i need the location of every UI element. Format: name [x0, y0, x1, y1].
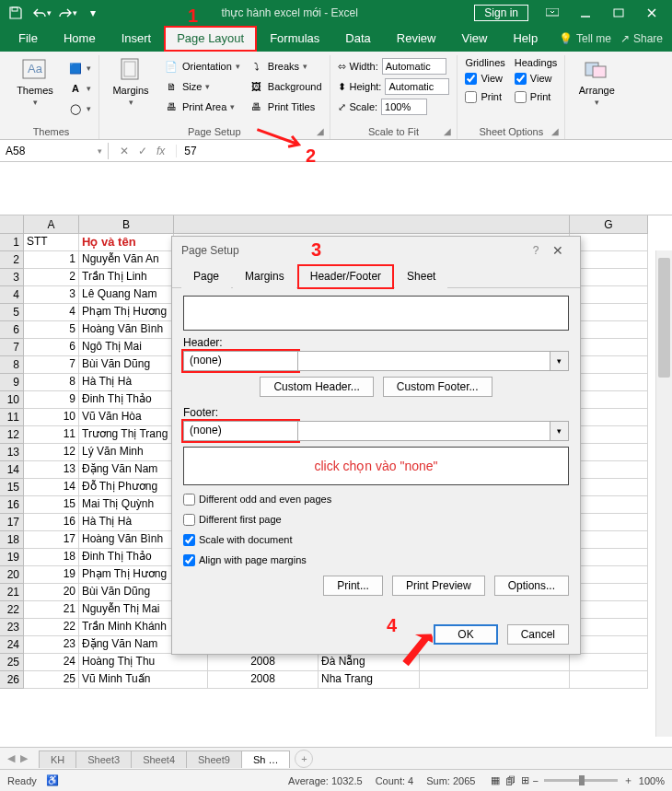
- cell[interactable]: [420, 671, 570, 689]
- cell[interactable]: 6: [24, 339, 79, 356]
- cell[interactable]: [570, 496, 648, 514]
- cell[interactable]: [570, 356, 648, 374]
- ok-button[interactable]: OK: [434, 624, 497, 645]
- view-normal-icon[interactable]: ▦: [491, 774, 500, 786]
- cell[interactable]: Ngô Thị Mai: [79, 339, 174, 356]
- dlg-tab-sheet[interactable]: Sheet: [395, 265, 447, 288]
- scale-field[interactable]: ⤢Scale:: [338, 98, 450, 116]
- row-head[interactable]: 6: [0, 321, 24, 339]
- cell[interactable]: [570, 531, 648, 549]
- minimize-icon[interactable]: [569, 0, 602, 26]
- redo-icon[interactable]: ▾: [55, 2, 79, 24]
- tab-home[interactable]: Home: [51, 26, 109, 52]
- row-head[interactable]: 10: [0, 391, 24, 409]
- vertical-scrollbar[interactable]: [655, 250, 672, 737]
- dialog-help-icon[interactable]: ?: [527, 244, 545, 257]
- view-pagebreak-icon[interactable]: ⊞: [521, 774, 529, 786]
- row-head[interactable]: 26: [0, 671, 24, 689]
- row-head[interactable]: 4: [0, 286, 24, 304]
- zoom-out-icon[interactable]: −: [532, 775, 538, 786]
- custom-footer-button[interactable]: Custom Footer...: [383, 377, 492, 397]
- cell[interactable]: Vũ Văn Hòa: [79, 409, 174, 426]
- cell[interactable]: Nha Trang: [319, 671, 420, 689]
- row-head[interactable]: 9: [0, 374, 24, 391]
- cell[interactable]: Lê Quang Nam: [79, 286, 174, 304]
- scrollbar-thumb[interactable]: [658, 258, 670, 378]
- enter-formula-icon[interactable]: ✓: [138, 145, 147, 157]
- zoom-level[interactable]: 100%: [639, 775, 665, 786]
- cell[interactable]: Vũ Minh Tuấn: [79, 671, 208, 689]
- cell[interactable]: 7: [24, 356, 79, 374]
- cell[interactable]: 8: [24, 374, 79, 391]
- options-button[interactable]: Options...: [494, 576, 569, 596]
- cell[interactable]: Hoàng Văn Bình: [79, 321, 174, 339]
- row-head[interactable]: 1: [0, 234, 24, 251]
- print-titles-button[interactable]: 🖶Print Titles: [249, 98, 322, 116]
- dlg-tab-page[interactable]: Page: [181, 265, 231, 288]
- headings-view-check[interactable]: View: [515, 70, 557, 87]
- tab-file[interactable]: File: [6, 26, 51, 52]
- fonts-button[interactable]: A▾: [68, 79, 91, 98]
- row-head[interactable]: 2: [0, 251, 24, 269]
- fx-icon[interactable]: fx: [156, 145, 165, 157]
- select-all-corner[interactable]: [0, 215, 24, 234]
- cell[interactable]: [570, 304, 648, 321]
- cell[interactable]: [570, 654, 648, 671]
- cell[interactable]: Đà Nẵng: [319, 654, 420, 671]
- cell[interactable]: 10: [24, 409, 79, 426]
- cell[interactable]: Trương Thị Trang: [79, 426, 174, 444]
- cell[interactable]: [570, 234, 648, 251]
- cell[interactable]: 17: [24, 531, 79, 549]
- cell[interactable]: Lý Văn Minh: [79, 444, 174, 461]
- sheet-tab-3[interactable]: Sheet3: [75, 750, 132, 768]
- share-button[interactable]: ↗ Share: [620, 32, 663, 45]
- cell[interactable]: [570, 269, 648, 286]
- cell[interactable]: 4: [24, 304, 79, 321]
- row-head[interactable]: 23: [0, 619, 24, 636]
- cell[interactable]: Hoàng Văn Bình: [79, 531, 174, 549]
- cell[interactable]: [570, 374, 648, 391]
- tab-view[interactable]: View: [448, 26, 500, 52]
- cell[interactable]: Hà Thị Hà: [79, 374, 174, 391]
- print-button[interactable]: Print...: [323, 576, 383, 596]
- cell[interactable]: Đinh Thị Thảo: [79, 391, 174, 409]
- size-button[interactable]: 🗎Size ▾: [164, 77, 240, 96]
- cell[interactable]: [570, 251, 648, 269]
- cell[interactable]: [570, 286, 648, 304]
- cell[interactable]: 5: [24, 321, 79, 339]
- sheet-nav-next-icon[interactable]: ▶: [20, 752, 28, 764]
- cell[interactable]: 20: [24, 584, 79, 601]
- chevron-down-icon[interactable]: ▾: [550, 421, 569, 441]
- name-box[interactable]: A58▾: [0, 143, 109, 159]
- tab-insert[interactable]: Insert: [109, 26, 165, 52]
- cell[interactable]: 11: [24, 426, 79, 444]
- signin-button[interactable]: Sign in: [474, 5, 528, 21]
- sheet-tab-4[interactable]: Sheet4: [131, 750, 187, 768]
- cell[interactable]: [570, 514, 648, 531]
- cell[interactable]: 16: [24, 514, 79, 531]
- cell[interactable]: [570, 584, 648, 601]
- cancel-button[interactable]: Cancel: [507, 624, 569, 645]
- row-head[interactable]: 17: [0, 514, 24, 531]
- close-icon[interactable]: [635, 0, 668, 26]
- tab-review[interactable]: Review: [384, 26, 449, 52]
- cell[interactable]: 22: [24, 619, 79, 636]
- row-head[interactable]: 25: [0, 654, 24, 671]
- cell[interactable]: 2: [24, 269, 79, 286]
- height-field[interactable]: ⬍Height:: [338, 77, 450, 96]
- cell[interactable]: 1: [24, 251, 79, 269]
- cell[interactable]: 9: [24, 391, 79, 409]
- cell[interactable]: [570, 321, 648, 339]
- col-head-g[interactable]: G: [570, 215, 648, 234]
- tellme-button[interactable]: 💡 Tell me: [559, 32, 611, 45]
- accessibility-icon[interactable]: ♿: [46, 774, 59, 786]
- cell[interactable]: [570, 426, 648, 444]
- qat-customize-icon[interactable]: ▾: [81, 2, 105, 24]
- cell[interactable]: [570, 461, 648, 479]
- row-head[interactable]: 14: [0, 461, 24, 479]
- cell[interactable]: [570, 391, 648, 409]
- orientation-button[interactable]: 📄Orientation ▾: [164, 57, 240, 76]
- gridlines-view-check[interactable]: View: [465, 70, 504, 87]
- row-head[interactable]: 12: [0, 426, 24, 444]
- row-head[interactable]: 5: [0, 304, 24, 321]
